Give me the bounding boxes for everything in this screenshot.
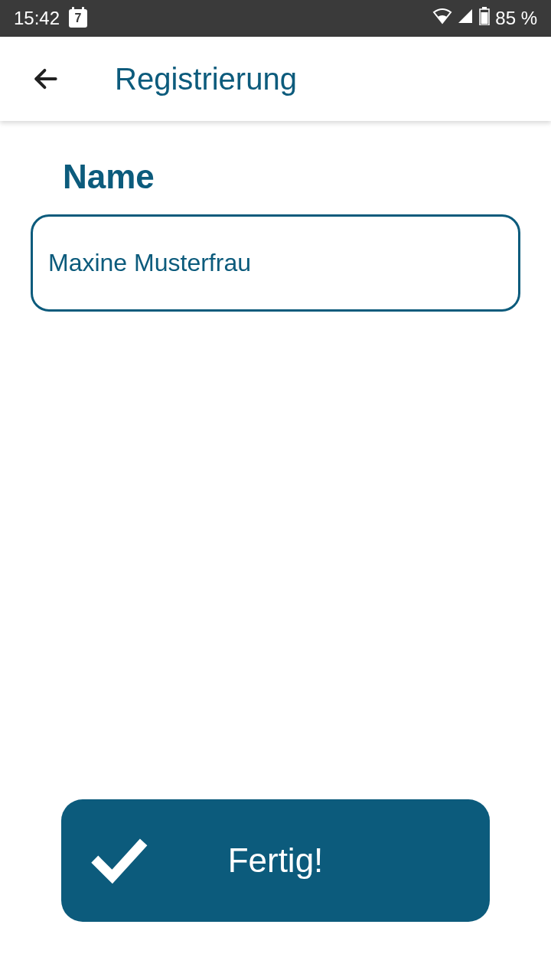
name-input-wrapper[interactable] [31,214,520,312]
status-left: 15:42 7 [14,8,87,29]
name-input[interactable] [48,249,503,277]
app-bar: Registrierung [0,37,551,121]
wifi-icon [432,8,452,29]
page-title: Registrierung [115,62,297,96]
calendar-icon: 7 [69,9,87,28]
back-button[interactable] [31,64,61,94]
svg-rect-2 [481,12,488,24]
status-right: 85 % [432,7,537,30]
check-icon [84,826,152,896]
calendar-day: 7 [75,11,82,25]
battery-icon [478,7,491,30]
status-bar: 15:42 7 85 % [0,0,551,37]
signal-icon [457,8,474,29]
status-time: 15:42 [14,8,60,29]
name-label: Name [63,158,520,196]
content: Name [0,121,551,312]
arrow-left-icon [31,64,60,93]
done-label: Fertig! [228,841,324,880]
battery-percent: 85 % [495,8,537,29]
done-button[interactable]: Fertig! [61,799,490,922]
